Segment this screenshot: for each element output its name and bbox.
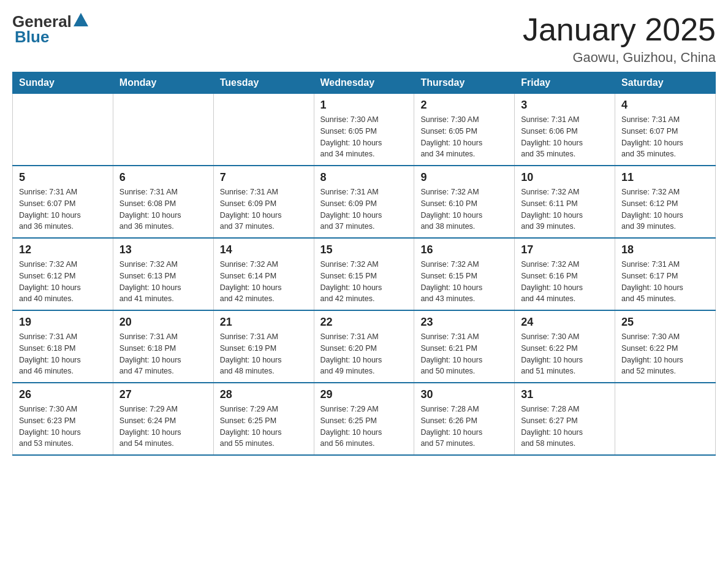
- day-info: Sunrise: 7:28 AM Sunset: 6:27 PM Dayligh…: [521, 404, 609, 450]
- day-info: Sunrise: 7:30 AM Sunset: 6:22 PM Dayligh…: [621, 331, 709, 377]
- calendar-cell: 20Sunrise: 7:31 AM Sunset: 6:18 PM Dayli…: [113, 310, 213, 383]
- day-info: Sunrise: 7:31 AM Sunset: 6:07 PM Dayligh…: [621, 114, 709, 160]
- day-info: Sunrise: 7:31 AM Sunset: 6:07 PM Dayligh…: [19, 186, 107, 232]
- day-number: 13: [119, 243, 207, 256]
- day-info: Sunrise: 7:32 AM Sunset: 6:10 PM Dayligh…: [420, 186, 508, 232]
- day-info: Sunrise: 7:32 AM Sunset: 6:11 PM Dayligh…: [521, 186, 609, 232]
- day-number: 17: [521, 243, 609, 256]
- calendar-title: January 2025: [523, 12, 716, 47]
- calendar-header-row: SundayMondayTuesdayWednesdayThursdayFrid…: [13, 72, 716, 94]
- day-info: Sunrise: 7:32 AM Sunset: 6:15 PM Dayligh…: [420, 259, 508, 305]
- day-info: Sunrise: 7:32 AM Sunset: 6:14 PM Dayligh…: [220, 259, 308, 305]
- calendar-cell: [615, 383, 716, 455]
- day-number: 26: [19, 388, 107, 401]
- day-info: Sunrise: 7:31 AM Sunset: 6:18 PM Dayligh…: [19, 331, 107, 377]
- calendar-cell: 19Sunrise: 7:31 AM Sunset: 6:18 PM Dayli…: [13, 310, 113, 383]
- calendar-cell: 25Sunrise: 7:30 AM Sunset: 6:22 PM Dayli…: [615, 310, 716, 383]
- day-number: 22: [320, 316, 408, 329]
- day-number: 23: [420, 316, 508, 329]
- day-info: Sunrise: 7:28 AM Sunset: 6:26 PM Dayligh…: [420, 404, 508, 450]
- logo: General Blue: [12, 12, 88, 47]
- day-number: 2: [420, 99, 508, 112]
- calendar-cell: 29Sunrise: 7:29 AM Sunset: 6:25 PM Dayli…: [314, 383, 414, 455]
- calendar-week-row: 12Sunrise: 7:32 AM Sunset: 6:12 PM Dayli…: [13, 238, 716, 310]
- calendar-cell: 2Sunrise: 7:30 AM Sunset: 6:05 PM Daylig…: [414, 94, 515, 166]
- day-number: 29: [320, 388, 408, 401]
- calendar-cell: 22Sunrise: 7:31 AM Sunset: 6:20 PM Dayli…: [314, 310, 414, 383]
- day-info: Sunrise: 7:32 AM Sunset: 6:15 PM Dayligh…: [320, 259, 408, 305]
- day-info: Sunrise: 7:31 AM Sunset: 6:09 PM Dayligh…: [220, 186, 308, 232]
- day-info: Sunrise: 7:29 AM Sunset: 6:25 PM Dayligh…: [220, 404, 308, 450]
- day-info: Sunrise: 7:31 AM Sunset: 6:06 PM Dayligh…: [521, 114, 609, 160]
- day-number: 4: [621, 99, 709, 112]
- day-info: Sunrise: 7:31 AM Sunset: 6:18 PM Dayligh…: [119, 331, 207, 377]
- day-info: Sunrise: 7:32 AM Sunset: 6:12 PM Dayligh…: [19, 259, 107, 305]
- calendar-week-row: 1Sunrise: 7:30 AM Sunset: 6:05 PM Daylig…: [13, 94, 716, 166]
- day-number: 20: [119, 316, 207, 329]
- calendar-cell: 8Sunrise: 7:31 AM Sunset: 6:09 PM Daylig…: [314, 166, 414, 238]
- calendar-cell: [213, 94, 314, 166]
- day-info: Sunrise: 7:30 AM Sunset: 6:23 PM Dayligh…: [19, 404, 107, 450]
- calendar-cell: 24Sunrise: 7:30 AM Sunset: 6:22 PM Dayli…: [515, 310, 615, 383]
- calendar-day-header: Saturday: [615, 72, 716, 94]
- day-number: 27: [119, 388, 207, 401]
- calendar-cell: 13Sunrise: 7:32 AM Sunset: 6:13 PM Dayli…: [113, 238, 213, 310]
- day-number: 5: [19, 171, 107, 184]
- day-number: 19: [19, 316, 107, 329]
- day-info: Sunrise: 7:30 AM Sunset: 6:05 PM Dayligh…: [320, 114, 408, 160]
- calendar-table: SundayMondayTuesdayWednesdayThursdayFrid…: [12, 72, 716, 456]
- calendar-cell: 21Sunrise: 7:31 AM Sunset: 6:19 PM Dayli…: [213, 310, 314, 383]
- day-number: 11: [621, 171, 709, 184]
- day-number: 1: [320, 99, 408, 112]
- logo-text-blue: Blue: [15, 28, 88, 47]
- calendar-cell: 4Sunrise: 7:31 AM Sunset: 6:07 PM Daylig…: [615, 94, 716, 166]
- calendar-week-row: 26Sunrise: 7:30 AM Sunset: 6:23 PM Dayli…: [13, 383, 716, 455]
- calendar-cell: 26Sunrise: 7:30 AM Sunset: 6:23 PM Dayli…: [13, 383, 113, 455]
- day-number: 3: [521, 99, 609, 112]
- calendar-week-row: 19Sunrise: 7:31 AM Sunset: 6:18 PM Dayli…: [13, 310, 716, 383]
- calendar-cell: 27Sunrise: 7:29 AM Sunset: 6:24 PM Dayli…: [113, 383, 213, 455]
- day-number: 6: [119, 171, 207, 184]
- calendar-cell: 31Sunrise: 7:28 AM Sunset: 6:27 PM Dayli…: [515, 383, 615, 455]
- logo-triangle-icon: [74, 13, 88, 26]
- calendar-cell: 15Sunrise: 7:32 AM Sunset: 6:15 PM Dayli…: [314, 238, 414, 310]
- calendar-cell: 6Sunrise: 7:31 AM Sunset: 6:08 PM Daylig…: [113, 166, 213, 238]
- calendar-day-header: Thursday: [414, 72, 515, 94]
- day-number: 10: [521, 171, 609, 184]
- calendar-cell: 11Sunrise: 7:32 AM Sunset: 6:12 PM Dayli…: [615, 166, 716, 238]
- calendar-cell: 7Sunrise: 7:31 AM Sunset: 6:09 PM Daylig…: [213, 166, 314, 238]
- svg-marker-0: [74, 13, 88, 26]
- day-info: Sunrise: 7:31 AM Sunset: 6:17 PM Dayligh…: [621, 259, 709, 305]
- page-header: General Blue January 2025 Gaowu, Guizhou…: [12, 12, 716, 66]
- day-info: Sunrise: 7:30 AM Sunset: 6:05 PM Dayligh…: [420, 114, 508, 160]
- day-info: Sunrise: 7:32 AM Sunset: 6:16 PM Dayligh…: [521, 259, 609, 305]
- day-number: 18: [621, 243, 709, 256]
- calendar-cell: 18Sunrise: 7:31 AM Sunset: 6:17 PM Dayli…: [615, 238, 716, 310]
- day-number: 14: [220, 243, 308, 256]
- day-number: 12: [19, 243, 107, 256]
- day-number: 15: [320, 243, 408, 256]
- calendar-cell: [13, 94, 113, 166]
- calendar-day-header: Wednesday: [314, 72, 414, 94]
- calendar-cell: 5Sunrise: 7:31 AM Sunset: 6:07 PM Daylig…: [13, 166, 113, 238]
- calendar-cell: 1Sunrise: 7:30 AM Sunset: 6:05 PM Daylig…: [314, 94, 414, 166]
- day-number: 7: [220, 171, 308, 184]
- calendar-cell: 14Sunrise: 7:32 AM Sunset: 6:14 PM Dayli…: [213, 238, 314, 310]
- day-info: Sunrise: 7:31 AM Sunset: 6:19 PM Dayligh…: [220, 331, 308, 377]
- day-number: 28: [220, 388, 308, 401]
- title-block: January 2025 Gaowu, Guizhou, China: [523, 12, 716, 66]
- day-info: Sunrise: 7:32 AM Sunset: 6:12 PM Dayligh…: [621, 186, 709, 232]
- calendar-day-header: Sunday: [13, 72, 113, 94]
- calendar-day-header: Tuesday: [213, 72, 314, 94]
- day-info: Sunrise: 7:32 AM Sunset: 6:13 PM Dayligh…: [119, 259, 207, 305]
- calendar-cell: 9Sunrise: 7:32 AM Sunset: 6:10 PM Daylig…: [414, 166, 515, 238]
- calendar-subtitle: Gaowu, Guizhou, China: [523, 50, 716, 66]
- day-info: Sunrise: 7:29 AM Sunset: 6:25 PM Dayligh…: [320, 404, 408, 450]
- calendar-cell: [113, 94, 213, 166]
- day-info: Sunrise: 7:31 AM Sunset: 6:08 PM Dayligh…: [119, 186, 207, 232]
- day-info: Sunrise: 7:31 AM Sunset: 6:21 PM Dayligh…: [420, 331, 508, 377]
- calendar-cell: 30Sunrise: 7:28 AM Sunset: 6:26 PM Dayli…: [414, 383, 515, 455]
- calendar-cell: 17Sunrise: 7:32 AM Sunset: 6:16 PM Dayli…: [515, 238, 615, 310]
- calendar-cell: 12Sunrise: 7:32 AM Sunset: 6:12 PM Dayli…: [13, 238, 113, 310]
- day-info: Sunrise: 7:29 AM Sunset: 6:24 PM Dayligh…: [119, 404, 207, 450]
